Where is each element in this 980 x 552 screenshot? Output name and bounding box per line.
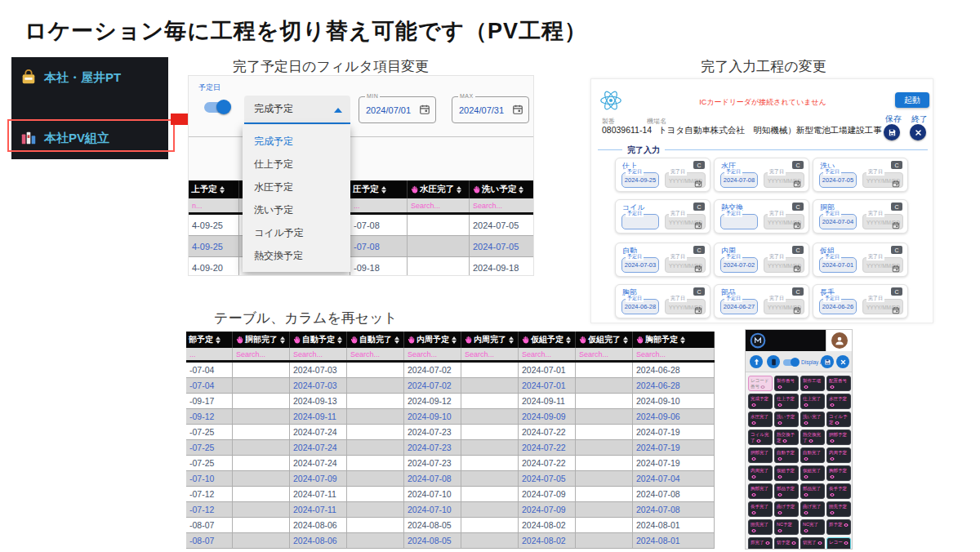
- completed-date-input[interactable]: 完了日YYYY/MM/DD: [665, 172, 706, 188]
- planned-date-input[interactable]: 予定日2024-06-28: [621, 299, 659, 314]
- sort-icon[interactable]: [566, 336, 571, 344]
- column-toggle-button[interactable]: レコード番号: [748, 376, 773, 391]
- completed-date-input[interactable]: 完了日YYYY/MM/DD: [764, 172, 804, 188]
- search-input[interactable]: Search...: [633, 348, 715, 360]
- completed-date-input[interactable]: 完了日YYYY/MM/DD: [862, 214, 903, 229]
- column-toggle-button[interactable]: 長手完了: [748, 501, 773, 517]
- completed-date-input[interactable]: 完了日YYYY/MM/DD: [665, 299, 706, 314]
- clear-button[interactable]: C: [792, 161, 804, 169]
- column-toggle-button[interactable]: 洗い完了: [800, 412, 825, 427]
- column-header[interactable]: 自動予定: [290, 332, 347, 348]
- completed-date-input[interactable]: 完了日YYYY/MM/DD: [764, 257, 804, 273]
- dropdown-option[interactable]: 水圧予定: [243, 176, 350, 198]
- search-input[interactable]: ...: [186, 348, 233, 360]
- calendar-icon[interactable]: [793, 218, 801, 233]
- planned-date-input[interactable]: 予定日: [621, 214, 659, 229]
- filter-toggle[interactable]: [204, 102, 229, 113]
- table-row[interactable]: -07-122024-07-112024-07-102024-07-092024…: [186, 502, 715, 518]
- dropdown-option[interactable]: コイル予定: [243, 221, 350, 244]
- table-row[interactable]: -07-252024-07-242024-07-232024-07-222024…: [186, 456, 715, 471]
- column-header[interactable]: 水圧完了: [408, 180, 470, 198]
- table-row[interactable]: -09-172024-09-132024-09-122024-09-112024…: [186, 394, 715, 409]
- clear-button[interactable]: C: [792, 246, 804, 254]
- column-toggle-button[interactable]: 製作番号: [774, 376, 799, 391]
- sort-icon[interactable]: [394, 336, 399, 344]
- planned-date-input[interactable]: 予定日2024-06-26: [819, 299, 857, 314]
- column-toggle-button[interactable]: 洗い予定: [774, 412, 799, 427]
- search-input[interactable]: Search...: [519, 348, 576, 360]
- calendar-icon[interactable]: [694, 261, 702, 276]
- column-header[interactable]: 部予定: [186, 332, 233, 348]
- table-row[interactable]: -08-072024-08-062024-08-052024-08-022024…: [186, 518, 715, 533]
- save-button[interactable]: [884, 124, 900, 140]
- clear-button[interactable]: C: [792, 287, 804, 296]
- completed-date-input[interactable]: 完了日YYYY/MM/DD: [862, 257, 903, 273]
- column-header[interactable]: 内周予定: [404, 332, 461, 348]
- column-toggle-button[interactable]: 胸部予定: [826, 465, 851, 481]
- column-toggle-button[interactable]: 水圧完了: [748, 412, 773, 427]
- column-toggle-button[interactable]: 胴部完了: [748, 447, 773, 463]
- dropdown-option[interactable]: 洗い予定: [243, 198, 350, 221]
- sort-icon[interactable]: [623, 336, 628, 344]
- calendar-icon[interactable]: [512, 104, 523, 118]
- close-button[interactable]: [836, 355, 849, 368]
- completed-date-input[interactable]: 完了日YYYY/MM/DD: [764, 299, 804, 314]
- column-toggle-button[interactable]: 部品予定: [774, 483, 799, 499]
- search-input[interactable]: Search...: [576, 348, 633, 360]
- clear-button[interactable]: C: [693, 287, 705, 296]
- sort-icon[interactable]: [381, 186, 386, 194]
- max-date-field[interactable]: MAX 2024/07/31: [452, 96, 529, 123]
- calendar-icon[interactable]: [892, 218, 900, 233]
- completed-date-input[interactable]: 完了日YYYY/MM/DD: [764, 214, 804, 229]
- column-toggle-button[interactable]: 内周予定: [826, 447, 851, 463]
- calendar-icon[interactable]: [419, 104, 430, 118]
- save-button[interactable]: [821, 355, 834, 368]
- sort-icon[interactable]: [509, 336, 514, 344]
- column-toggle-button[interactable]: NC完了: [800, 519, 825, 535]
- sort-icon[interactable]: [337, 336, 342, 344]
- table-row[interactable]: -07-102024-07-092024-07-082024-07-052024…: [186, 471, 715, 487]
- clear-button[interactable]: C: [693, 246, 705, 254]
- column-toggle-button[interactable]: 曲げ完了: [800, 501, 825, 517]
- planned-date-input[interactable]: 予定日2024-07-04: [819, 214, 857, 229]
- dropdown-option[interactable]: 完成予定: [243, 130, 350, 153]
- column-toggle-button[interactable]: 仮組予定: [774, 465, 799, 481]
- column-header[interactable]: 内周完了: [461, 332, 519, 348]
- column-toggle-button[interactable]: 開先完了: [748, 519, 773, 535]
- column-header[interactable]: 洗い予定: [470, 180, 534, 198]
- calendar-icon[interactable]: [793, 176, 801, 191]
- display-all-toggle[interactable]: [783, 359, 798, 366]
- table-row[interactable]: -08-072024-08-062024-08-052024-08-022024…: [186, 533, 715, 549]
- clear-button[interactable]: C: [792, 203, 804, 211]
- sort-icon[interactable]: [280, 336, 285, 344]
- clear-button[interactable]: C: [891, 246, 902, 254]
- table-row[interactable]: 4-09-20-09-182024-09-18: [189, 257, 534, 276]
- column-header[interactable]: 自動完了: [347, 332, 404, 348]
- planned-date-input[interactable]: 予定日2024-06-27: [720, 299, 758, 314]
- column-toggle-button[interactable]: 仕上予定: [774, 394, 799, 409]
- planned-date-input[interactable]: 予定日2024-07-08: [720, 172, 758, 188]
- planned-date-input[interactable]: 予定日2024-07-01: [819, 257, 857, 273]
- completed-date-input[interactable]: 完了日YYYY/MM/DD: [862, 172, 903, 188]
- column-header[interactable]: 仮組予定: [519, 332, 576, 348]
- column-header[interactable]: 仮組完了: [576, 332, 633, 348]
- completed-date-input[interactable]: 完了日YYYY/MM/DD: [665, 257, 706, 273]
- min-date-field[interactable]: MIN 2024/07/01: [359, 96, 436, 123]
- column-toggle-button[interactable]: 胸部完了: [748, 483, 773, 499]
- planned-date-input[interactable]: 予定日: [720, 214, 758, 229]
- column-toggle-button[interactable]: 開先予定: [826, 501, 851, 517]
- calendar-icon[interactable]: [694, 218, 702, 233]
- search-input[interactable]: Search...: [347, 348, 404, 360]
- dropdown-option[interactable]: 仕上予定: [243, 153, 350, 176]
- table-row[interactable]: 4-09-25-07-082024-07-05: [189, 215, 534, 236]
- search-input[interactable]: Search...: [408, 198, 470, 212]
- column-toggle-button[interactable]: 曲げ予定: [774, 501, 799, 517]
- search-input[interactable]: Search...: [233, 348, 290, 360]
- column-toggle-button[interactable]: 罫予定: [826, 519, 851, 535]
- planned-date-input[interactable]: 予定日2024-07-03: [621, 257, 659, 273]
- planned-date-input[interactable]: 予定日2024-09-25: [621, 172, 659, 188]
- column-toggle-button[interactable]: 仕上完了: [800, 394, 825, 409]
- table-row[interactable]: -07-042024-07-032024-07-022024-07-012024…: [186, 378, 715, 394]
- completed-date-input[interactable]: 完了日YYYY/MM/DD: [862, 299, 903, 314]
- column-toggle-button[interactable]: 切完了: [800, 537, 825, 550]
